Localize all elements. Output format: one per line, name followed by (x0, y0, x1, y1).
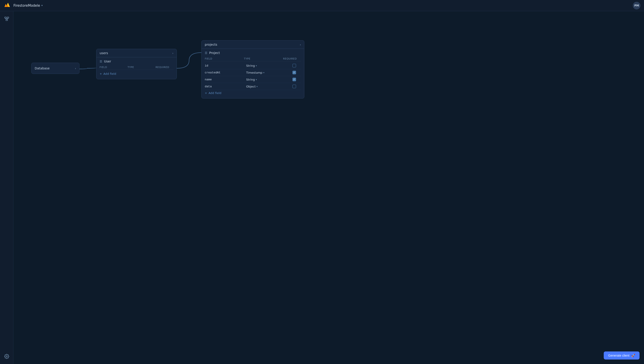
database-chevron-icon: › (75, 67, 76, 70)
projects-field-id-name: id (205, 64, 246, 67)
projects-add-field-button[interactable]: + Add field (205, 90, 301, 96)
projects-field-row-data: data Object ▾ (205, 83, 301, 90)
app-logo (4, 2, 11, 9)
projects-field-id-checkbox[interactable] (292, 64, 296, 67)
projects-node-body: ☰ Project Field Type Required id String … (202, 49, 304, 98)
projects-field-createdat-checkbox[interactable] (292, 71, 296, 74)
users-model-name: User (104, 60, 111, 63)
app-title-text: FirestoreModele (14, 4, 40, 8)
projects-field-data-required[interactable] (288, 85, 301, 88)
projects-field-name-required[interactable] (288, 78, 301, 81)
svg-rect-0 (4, 17, 6, 18)
projects-field-name-name: name (205, 78, 246, 81)
canvas: Database › users › ☰ User Field Type Req… (14, 11, 322, 182)
users-type-col: Type (128, 66, 156, 69)
projects-field-row-name: name String ▾ (205, 76, 301, 83)
projects-field-createdat-required[interactable] (288, 71, 301, 74)
users-field-col: Field (100, 66, 128, 69)
users-node-body: ☰ User Field Type Required + Add field (96, 57, 176, 79)
projects-add-field-label: Add field (208, 91, 221, 95)
projects-collection-title: projects (205, 43, 217, 46)
users-model-header: ☰ User (100, 60, 174, 63)
sidebar (0, 11, 14, 182)
projects-field-createdat-type-dropdown-icon: ▾ (263, 71, 264, 74)
users-model-icon: ☰ (100, 60, 102, 63)
database-node[interactable]: Database › (31, 63, 80, 74)
projects-field-data-checkbox[interactable] (292, 85, 296, 88)
projects-field-data-name: data (205, 85, 246, 88)
projects-field-createdat-type[interactable]: Timestamp ▾ (246, 71, 288, 74)
projects-field-name-checkbox[interactable] (292, 78, 296, 81)
projects-field-name-type[interactable]: String ▾ (246, 78, 288, 81)
projects-required-col: Required (283, 57, 301, 60)
users-node: users › ☰ User Field Type Required + Add… (96, 49, 177, 79)
projects-field-data-type[interactable]: Object ▾ (246, 85, 288, 88)
title-chevron-down-icon: ▾ (42, 4, 43, 7)
users-required-col: Required (156, 66, 174, 69)
projects-node: projects › ☰ Project Field Type Required… (202, 40, 304, 99)
svg-rect-2 (6, 20, 8, 21)
users-add-field-plus-icon: + (100, 72, 102, 76)
users-add-field-label: Add field (104, 72, 116, 76)
users-collection-title: users (100, 51, 108, 55)
topbar: FirestoreModele ▾ PM (0, 0, 322, 11)
projects-field-row-createdat: createdAt Timestamp ▾ (205, 69, 301, 76)
projects-field-id-required[interactable] (288, 64, 301, 67)
sidebar-item-diagram[interactable] (3, 15, 11, 23)
projects-model-icon: ☰ (205, 51, 208, 55)
projects-field-name-type-dropdown-icon: ▾ (256, 78, 257, 81)
projects-node-header[interactable]: projects › (202, 41, 304, 49)
svg-rect-1 (7, 17, 8, 18)
database-node-label: Database (35, 67, 50, 70)
projects-field-id-type[interactable]: String ▾ (246, 64, 288, 67)
projects-field-id-type-dropdown-icon: ▾ (256, 65, 257, 67)
users-node-header[interactable]: users › (96, 49, 176, 57)
projects-add-field-plus-icon: + (205, 91, 207, 95)
projects-field-createdat-name: createdAt (205, 71, 246, 74)
users-add-field-button[interactable]: + Add field (100, 71, 174, 77)
projects-model-name: Project (209, 51, 220, 55)
users-fields-header: Field Type Required (100, 65, 174, 70)
app-title[interactable]: FirestoreModele ▾ (14, 4, 43, 8)
users-chevron-icon: › (172, 52, 174, 55)
projects-model-header: ☰ Project (205, 51, 301, 55)
projects-fields-header: Field Type Required (205, 56, 301, 61)
projects-field-row-id: id String ▾ (205, 62, 301, 69)
projects-chevron-icon: › (300, 43, 301, 46)
projects-type-col: Type (244, 57, 283, 60)
projects-field-col: Field (205, 57, 244, 60)
projects-field-data-type-dropdown-icon: ▾ (256, 85, 258, 88)
